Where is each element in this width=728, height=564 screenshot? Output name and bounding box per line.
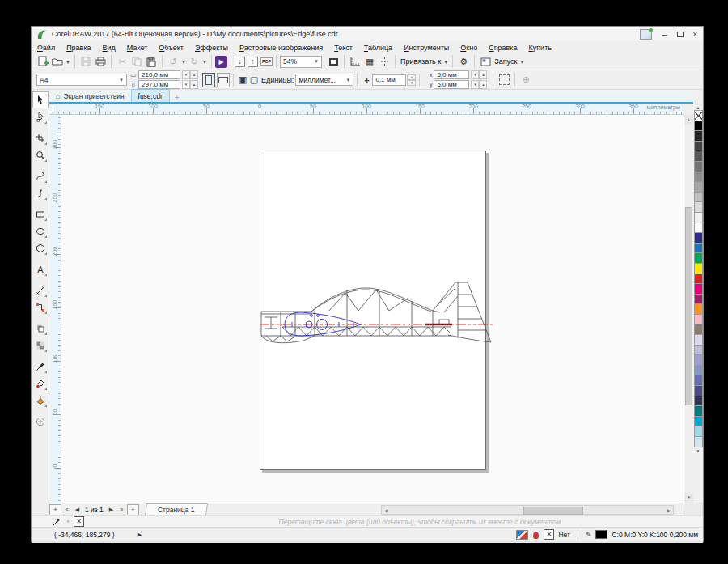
color-swatch[interactable] xyxy=(694,345,703,356)
nudge-field[interactable]: 0,1 мм xyxy=(372,74,406,86)
rectangle-tool[interactable] xyxy=(32,206,49,223)
tab-fuse-cdr[interactable]: fuse.cdr xyxy=(131,89,170,102)
color-swatch[interactable] xyxy=(694,354,703,366)
zoom-level-combo[interactable]: 54% ▼ xyxy=(280,56,322,68)
vertical-scroll-thumb[interactable] xyxy=(685,207,692,405)
color-swatch[interactable] xyxy=(694,252,703,264)
landscape-button[interactable] xyxy=(217,73,230,87)
dupy-up-stepper[interactable]: ▴ xyxy=(479,80,487,89)
color-swatch[interactable] xyxy=(694,334,703,346)
minimize-button[interactable]: – xyxy=(657,27,672,41)
color-swatch[interactable] xyxy=(694,426,703,437)
smart-fill-tool[interactable] xyxy=(32,392,49,409)
polygon-tool[interactable] xyxy=(32,240,49,257)
no-color-well-icon[interactable]: ✕ xyxy=(74,516,84,527)
bitmap-preview-icon[interactable] xyxy=(516,530,528,540)
paste-button[interactable] xyxy=(144,54,159,69)
status-expand-icon[interactable]: ▶ xyxy=(138,532,142,538)
connector-tool[interactable] xyxy=(32,299,49,316)
color-swatch[interactable] xyxy=(694,283,703,295)
freehand-tool[interactable] xyxy=(32,168,49,184)
copy-button[interactable] xyxy=(129,54,144,69)
duplicate-x-field[interactable]: 5,0 мм xyxy=(434,70,469,79)
color-swatch[interactable] xyxy=(694,396,703,407)
account-icon[interactable] xyxy=(640,29,652,40)
menu-item[interactable]: Окно xyxy=(460,44,477,52)
zoom-tool[interactable] xyxy=(32,146,49,163)
color-swatch[interactable] xyxy=(694,121,703,132)
drop-shadow-tool[interactable] xyxy=(32,320,49,337)
customize-plus-button[interactable]: ⊕ xyxy=(518,73,533,87)
color-swatch[interactable] xyxy=(694,151,703,162)
snap-to-button[interactable]: Привязать к xyxy=(400,57,441,66)
color-swatch[interactable] xyxy=(694,161,703,172)
next-page-button[interactable]: ▶ xyxy=(106,505,116,515)
launch-button[interactable]: Запуск xyxy=(494,57,517,66)
interactive-fill-tool[interactable] xyxy=(32,375,49,392)
save-button[interactable] xyxy=(78,54,93,69)
vertical-scrollbar[interactable]: ▲ ▼ xyxy=(684,115,693,503)
color-swatch[interactable] xyxy=(694,314,703,325)
options-gear-button[interactable]: ⚙ xyxy=(456,54,471,69)
launch-dropdown[interactable]: ▾ xyxy=(518,59,525,65)
collapse-arrow-icon[interactable]: ‹ xyxy=(62,517,74,527)
show-guidelines-button[interactable] xyxy=(377,54,392,69)
color-swatch[interactable] xyxy=(694,375,703,386)
color-swatch[interactable] xyxy=(694,201,703,213)
restore-button[interactable] xyxy=(672,27,688,41)
first-page-button[interactable]: « xyxy=(61,505,72,515)
full-screen-preview-button[interactable] xyxy=(326,54,341,69)
redo-dropdown[interactable]: ▾ xyxy=(201,59,208,65)
palette-scroll-down-icon[interactable]: ▼ xyxy=(694,447,702,455)
import-button[interactable]: ↓ xyxy=(235,57,245,67)
page-height-field[interactable]: 297,0 мм xyxy=(138,80,180,89)
height-up-stepper[interactable]: ▴ xyxy=(190,80,198,89)
nudge-down-stepper[interactable]: ▾ xyxy=(407,80,416,86)
height-down-stepper[interactable]: ▾ xyxy=(182,80,190,89)
horizontal-scroll-thumb[interactable] xyxy=(523,507,583,515)
new-tab-button[interactable]: + xyxy=(175,93,180,102)
outline-pen-icon[interactable]: ✎ xyxy=(586,531,592,539)
eyedropper-small-icon[interactable] xyxy=(51,517,62,527)
color-eyedropper-tool[interactable] xyxy=(32,358,49,375)
last-page-button[interactable]: » xyxy=(116,505,127,515)
text-tool[interactable]: A xyxy=(32,261,49,278)
page-tab[interactable]: Страница 1 xyxy=(145,503,208,515)
add-tools-button[interactable] xyxy=(32,413,49,430)
color-swatch[interactable] xyxy=(694,130,703,142)
cut-button[interactable]: ✂ xyxy=(115,54,129,69)
add-page-after-button[interactable]: + xyxy=(127,504,139,515)
fuselage-drawing[interactable] xyxy=(258,278,494,346)
publish-pdf-button[interactable]: PDF xyxy=(260,57,273,66)
scroll-up-icon[interactable]: ▲ xyxy=(684,115,693,125)
search-content-button[interactable]: ▶ xyxy=(215,56,227,68)
scroll-right-icon[interactable]: ▶ xyxy=(665,506,673,514)
crop-tool[interactable] xyxy=(32,129,49,146)
transparency-tool[interactable] xyxy=(32,337,49,354)
color-swatch[interactable] xyxy=(694,416,703,427)
no-color-swatch[interactable] xyxy=(694,110,703,121)
width-down-stepper[interactable]: ▾ xyxy=(182,70,190,79)
all-pages-icon-button[interactable]: ▣ xyxy=(237,73,248,87)
title-bar[interactable]: CorelDRAW 2017 (64-Bit Оценочная версия)… xyxy=(32,27,703,42)
color-swatch[interactable] xyxy=(694,141,703,152)
menu-item[interactable]: Купить xyxy=(529,44,552,52)
width-up-stepper[interactable]: ▴ xyxy=(190,70,198,79)
menu-item[interactable]: Вид xyxy=(103,44,116,52)
menu-item[interactable]: Таблица xyxy=(364,44,392,52)
open-dropdown[interactable]: ▾ xyxy=(65,59,71,65)
menu-item[interactable]: Правка xyxy=(66,44,91,52)
drawing-canvas[interactable] xyxy=(61,115,684,503)
fill-color-icon[interactable] xyxy=(532,530,540,539)
horizontal-ruler[interactable]: 15010050050100150200250300350 миллиметры xyxy=(49,104,684,115)
artistic-media-tool[interactable] xyxy=(32,184,49,201)
scroll-left-icon[interactable]: ◀ xyxy=(382,506,390,514)
color-swatch[interactable] xyxy=(694,223,703,234)
tab-welcome-screen[interactable]: ⌂ Экран приветствия xyxy=(49,90,131,102)
menu-item[interactable]: Справка xyxy=(489,44,517,52)
color-swatch[interactable] xyxy=(694,324,703,335)
no-fill-icon[interactable]: ✕ xyxy=(544,529,554,540)
add-page-before-button[interactable]: + xyxy=(49,504,61,515)
menu-item[interactable]: Эффекты xyxy=(195,44,228,52)
color-swatch[interactable] xyxy=(694,274,703,285)
